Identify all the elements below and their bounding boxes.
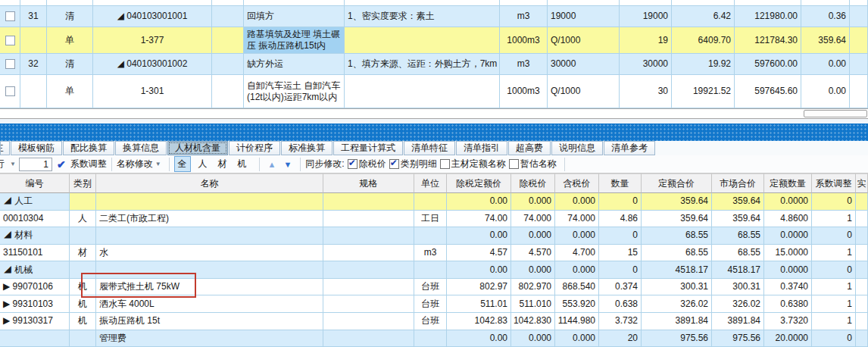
grid-cell[interactable]: 0.0000 [764, 261, 812, 279]
grid-cell[interactable]: 68.55 [712, 227, 764, 245]
grid-cell[interactable] [856, 261, 868, 279]
grid-cell[interactable] [212, 6, 244, 27]
coefficient-adjust-button[interactable]: 系数调整 [70, 158, 107, 170]
grid-cell[interactable] [20, 27, 47, 54]
grid-cell[interactable]: 0.00 [447, 261, 511, 279]
grid-cell[interactable]: 597645.60 [735, 75, 801, 108]
grid-cell[interactable]: 工日 [414, 211, 447, 228]
grid-cell[interactable]: 振动压路机 15t [96, 313, 323, 330]
grid-cell[interactable]: 19000 [620, 6, 672, 27]
grid-cell[interactable]: 4518.17 [712, 261, 764, 279]
grid-cell[interactable]: 0.00 [447, 330, 511, 347]
grid-cell[interactable]: 68.55 [642, 245, 712, 262]
grid-cell[interactable] [70, 261, 96, 279]
checkbox-icon[interactable] [440, 159, 450, 169]
grid-cell[interactable]: 0.0000 [764, 193, 812, 211]
grid-cell[interactable] [548, 0, 620, 6]
grid-cell[interactable] [414, 330, 447, 347]
grid-cell[interactable]: 30 [620, 75, 672, 108]
grid-cell[interactable]: 回填方 [244, 6, 345, 27]
tab-清单特征[interactable]: 清单特征 [404, 141, 455, 155]
grid-cell[interactable] [47, 0, 93, 6]
grid-cell[interactable]: 3.7320 [764, 313, 812, 330]
grid-cell[interactable] [0, 330, 70, 347]
grid-cell[interactable] [0, 27, 20, 54]
grid-cell[interactable] [801, 0, 850, 6]
grid-cell[interactable] [212, 75, 244, 108]
scrollbar-thumb[interactable] [804, 110, 867, 117]
grid-cell[interactable]: 1 [812, 295, 856, 313]
rename-button[interactable]: 名称修改 [117, 158, 153, 170]
grid-cell[interactable] [856, 330, 868, 347]
grid-cell[interactable]: ▶ 99070106 [0, 279, 70, 296]
tab-计价程序[interactable]: 计价程序 [229, 141, 280, 155]
grid-cell[interactable]: 0 [812, 193, 856, 211]
grid-cell[interactable]: ◢ 材料 [0, 227, 70, 245]
grid-cell[interactable]: 材 [70, 245, 96, 262]
grid-cell[interactable] [620, 0, 672, 6]
grid-cell[interactable]: 自卸汽车运土 自卸汽车(12t以内)运距7km以内 [244, 75, 345, 108]
grid-cell[interactable]: 0.36 [801, 6, 850, 27]
grid-cell[interactable] [850, 75, 868, 108]
grid-cell[interactable]: 511.010 [511, 295, 555, 313]
grid-cell[interactable]: 单 [47, 75, 93, 108]
grid-cell[interactable]: 0.000 [511, 193, 555, 211]
grid-cell[interactable] [212, 27, 244, 54]
grid-cell[interactable]: 30000 [620, 54, 672, 75]
grid-cell[interactable]: 单 [47, 27, 93, 54]
grid-cell[interactable]: 359.64 [801, 27, 850, 54]
row-count-input[interactable]: 1 [19, 158, 52, 171]
grid-cell[interactable]: 68.55 [712, 245, 764, 262]
grid-cell[interactable]: 0.000 [555, 261, 599, 279]
grid-cell[interactable]: 19.92 [672, 54, 735, 75]
grid-cell[interactable] [856, 227, 868, 245]
grid-cell[interactable]: 履带式推土机 75kW [96, 279, 323, 296]
grid-cell[interactable]: 597600.00 [735, 54, 801, 75]
grid-cell[interactable] [70, 227, 96, 245]
grid-cell[interactable]: 1 [812, 245, 856, 262]
grid-cell[interactable] [0, 6, 20, 27]
grid-cell[interactable]: 20.0000 [764, 330, 812, 347]
grid-cell[interactable] [323, 245, 414, 262]
grid-cell[interactable] [20, 0, 47, 6]
grid-cell[interactable]: 68.55 [642, 227, 712, 245]
grid-cell[interactable] [0, 0, 20, 6]
grid-cell[interactable]: 74.000 [555, 211, 599, 228]
grid-cell[interactable]: 326.02 [642, 295, 712, 313]
grid-cell[interactable]: 359.64 [712, 211, 764, 228]
grid-cell[interactable] [345, 75, 500, 108]
grid-cell[interactable]: 0.00 [447, 193, 511, 211]
grid-cell[interactable]: 74.00 [447, 211, 511, 228]
tab-partial[interactable]: 主 [0, 141, 10, 155]
grid-cell[interactable]: 3891.84 [712, 313, 764, 330]
grid-cell[interactable] [672, 0, 735, 6]
grid-cell[interactable]: 4.700 [555, 245, 599, 262]
filter-material-button[interactable]: 材 [215, 157, 230, 171]
grid-cell[interactable]: 300.31 [712, 279, 764, 296]
grid-cell[interactable]: 人 [70, 211, 96, 228]
tab-超高费[interactable]: 超高费 [508, 141, 551, 155]
grid-cell[interactable] [70, 193, 96, 211]
grid-cell[interactable]: 0.00 [447, 227, 511, 245]
apply-check-icon[interactable]: ✔ [57, 158, 66, 170]
grid-cell[interactable]: 19921.52 [672, 75, 735, 108]
grid-cell[interactable] [856, 245, 868, 262]
grid-cell[interactable]: 31 [20, 6, 47, 27]
grid-cell[interactable]: 121784.30 [735, 27, 801, 54]
grid-cell[interactable]: 4.8600 [764, 211, 812, 228]
grid-cell[interactable]: 0.000 [555, 227, 599, 245]
grid-cell[interactable]: Q/1000 [548, 75, 620, 108]
grid-cell[interactable]: ▶ 99130317 [0, 313, 70, 330]
grid-cell[interactable] [323, 211, 414, 228]
grid-cell[interactable]: 30000 [548, 54, 620, 75]
grid-cell[interactable] [856, 313, 868, 330]
grid-cell[interactable]: 6409.70 [672, 27, 735, 54]
grid-cell[interactable]: 00010304 [0, 211, 70, 228]
grid-cell[interactable]: 0.3740 [764, 279, 812, 296]
grid-cell[interactable]: 1000m3 [500, 75, 548, 108]
grid-cell[interactable]: 4.86 [599, 211, 642, 228]
grid-cell[interactable]: 0 [599, 193, 642, 211]
grid-cell[interactable]: 机 [70, 295, 96, 313]
checkbox-icon[interactable] [389, 159, 399, 169]
grid-cell[interactable]: 4.57 [447, 245, 511, 262]
